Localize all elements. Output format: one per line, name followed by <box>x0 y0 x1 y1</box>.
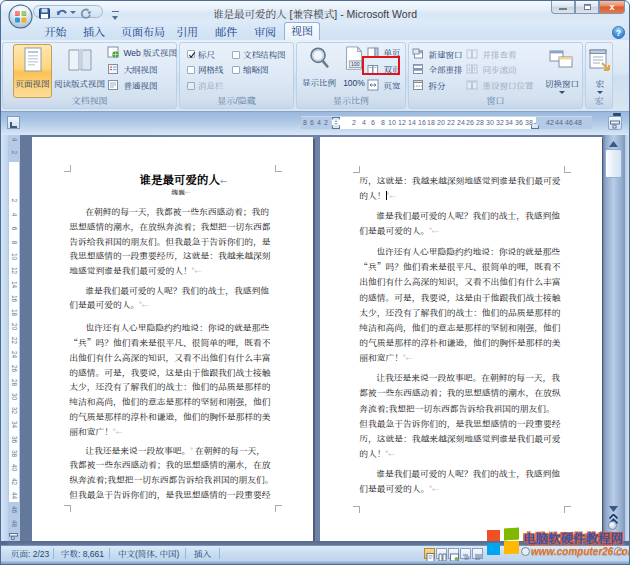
svg-text:100: 100 <box>351 61 360 67</box>
svg-text:?: ? <box>616 28 621 38</box>
